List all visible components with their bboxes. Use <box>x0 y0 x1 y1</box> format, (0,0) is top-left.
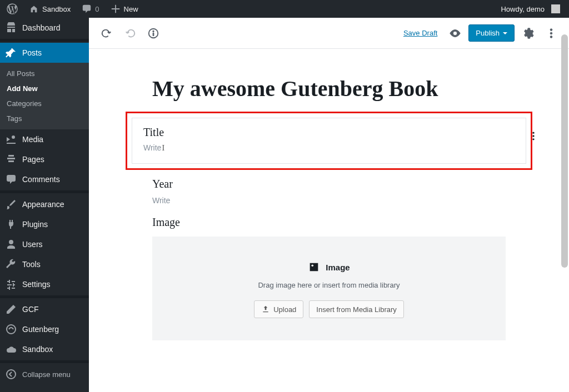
upload-button[interactable]: Upload <box>254 300 303 318</box>
upload-label: Upload <box>273 305 296 314</box>
home-icon <box>29 4 39 14</box>
upload-icon <box>261 305 270 314</box>
image-heading: Image <box>326 263 350 272</box>
scrollbar-thumb[interactable] <box>561 34 568 268</box>
menu-dashboard[interactable]: Dashboard <box>0 18 89 38</box>
wp-logo[interactable] <box>2 0 22 18</box>
sliders-icon <box>6 279 17 290</box>
post-title[interactable]: My awesome Gutenberg Book <box>152 76 512 102</box>
collapse-icon <box>6 369 17 380</box>
menu-plugins[interactable]: Plugins <box>0 214 89 234</box>
selected-block-highlight: Title Write <box>126 112 532 170</box>
year-input[interactable]: Write <box>152 196 506 206</box>
svg-point-5 <box>550 32 552 34</box>
new-content-link[interactable]: New <box>106 0 143 18</box>
menu-gutenberg[interactable]: Gutenberg <box>0 319 89 339</box>
block-more-button[interactable] <box>528 130 539 144</box>
svg-point-9 <box>532 138 534 140</box>
editor-canvas: My awesome Gutenberg Book Title Write Ye… <box>146 49 512 374</box>
svg-point-10 <box>312 264 314 267</box>
menu-label: Sandbox <box>22 345 53 354</box>
pages-icon <box>6 154 17 165</box>
window-scrollbar[interactable] <box>561 34 568 390</box>
collapse-menu[interactable]: Collapse menu <box>0 364 89 384</box>
publish-button[interactable]: Publish <box>468 24 515 42</box>
menu-label: Comments <box>22 175 60 184</box>
collapse-label: Collapse menu <box>22 370 71 379</box>
svg-point-3 <box>153 31 154 32</box>
menu-label: Users <box>22 240 43 249</box>
redo-button[interactable] <box>120 23 140 43</box>
menu-pages[interactable]: Pages <box>0 149 89 169</box>
menu-label: Appearance <box>22 200 64 209</box>
editor-toolbar: Save Draft Publish <box>89 18 569 49</box>
undo-icon <box>101 27 113 39</box>
menu-sandbox[interactable]: Sandbox <box>0 339 89 359</box>
comments-icon <box>6 174 17 185</box>
info-button[interactable] <box>143 23 163 43</box>
menu-label: Pages <box>22 155 44 164</box>
cloud-icon <box>6 344 17 355</box>
more-button[interactable] <box>541 23 561 43</box>
field-label: Image <box>152 216 506 229</box>
submenu-all-posts[interactable]: All Posts <box>0 66 89 81</box>
greeting: Howdy, demo <box>501 5 545 13</box>
gutenberg-icon <box>6 324 17 335</box>
menu-posts[interactable]: Posts <box>0 43 89 63</box>
title-field-block[interactable]: Title Write <box>132 118 526 164</box>
comments-count: 0 <box>95 5 99 13</box>
pencil-icon <box>6 304 17 315</box>
media-icon <box>6 134 17 145</box>
menu-comments[interactable]: Comments <box>0 169 89 189</box>
more-vertical-icon <box>528 130 539 142</box>
plug-icon <box>6 219 17 230</box>
submenu-tags[interactable]: Tags <box>0 111 89 126</box>
menu-tools[interactable]: Tools <box>0 254 89 274</box>
more-vertical-icon <box>545 27 557 39</box>
preview-button[interactable] <box>445 23 465 43</box>
image-field-block: Image Image Drag image here or insert fr… <box>146 216 512 340</box>
menu-label: Posts <box>22 48 42 57</box>
account-link[interactable]: Howdy, demo <box>496 0 565 18</box>
image-description: Drag image here or insert from media lib… <box>163 281 495 289</box>
menu-users[interactable]: Users <box>0 234 89 254</box>
image-icon <box>308 261 320 273</box>
menu-label: Tools <box>22 260 41 269</box>
menu-label: Settings <box>22 280 51 289</box>
redo-icon <box>124 27 136 39</box>
menu-media[interactable]: Media <box>0 129 89 149</box>
menu-label: GCF <box>22 305 39 314</box>
insert-media-button[interactable]: Insert from Media Library <box>309 300 404 318</box>
year-field-block[interactable]: Year Write <box>146 170 512 206</box>
eye-icon <box>449 27 461 39</box>
user-icon <box>6 239 17 250</box>
comments-link[interactable]: 0 <box>77 0 103 18</box>
site-name: Sandbox <box>42 5 71 13</box>
dashboard-icon <box>6 22 17 33</box>
submenu-posts: All Posts Add New Categories Tags <box>0 63 89 129</box>
svg-point-4 <box>550 28 552 31</box>
chevron-down-icon <box>503 32 507 37</box>
image-dropzone[interactable]: Image Drag image here or insert from med… <box>152 237 506 340</box>
title-input[interactable]: Write <box>143 143 515 153</box>
site-name-link[interactable]: Sandbox <box>24 0 75 18</box>
svg-point-0 <box>7 325 16 334</box>
wordpress-icon <box>7 3 18 14</box>
submenu-add-new[interactable]: Add New <box>0 81 89 96</box>
svg-point-8 <box>532 135 534 137</box>
info-icon <box>147 27 159 39</box>
admin-bar: Sandbox 0 New Howdy, demo <box>0 0 569 18</box>
undo-button[interactable] <box>97 23 117 43</box>
save-draft-link[interactable]: Save Draft <box>399 26 442 41</box>
settings-button[interactable] <box>518 23 538 43</box>
menu-label: Media <box>22 135 43 144</box>
menu-gcf[interactable]: GCF <box>0 299 89 319</box>
editor-canvas-scroll[interactable]: My awesome Gutenberg Book Title Write Ye… <box>89 49 569 392</box>
admin-sidebar: Dashboard Posts All Posts Add New Catego… <box>0 18 89 392</box>
menu-appearance[interactable]: Appearance <box>0 194 89 214</box>
publish-label: Publish <box>476 29 500 37</box>
submenu-categories[interactable]: Categories <box>0 96 89 111</box>
field-label: Year <box>152 178 506 190</box>
insert-media-label: Insert from Media Library <box>316 305 397 314</box>
menu-settings[interactable]: Settings <box>0 274 89 294</box>
